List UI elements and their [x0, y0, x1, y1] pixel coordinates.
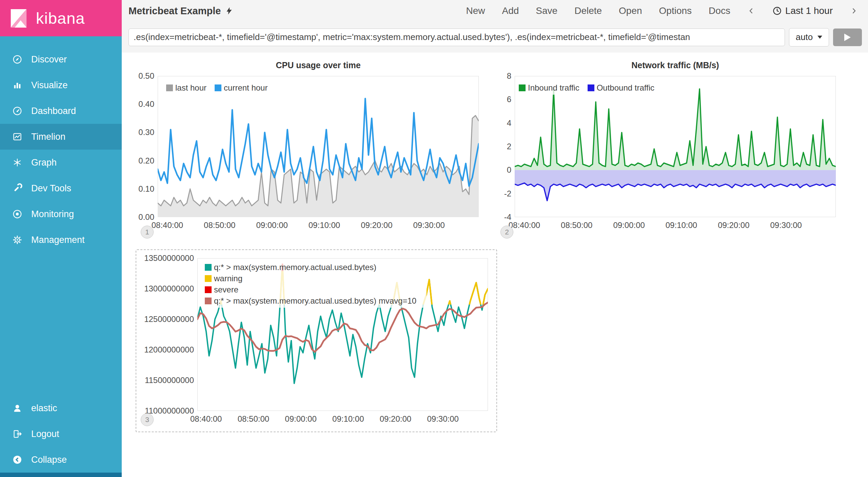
legend-label: Outbound traffic	[597, 83, 654, 93]
clock-icon	[772, 6, 782, 16]
timelion-chart-icon	[12, 132, 22, 142]
y-axis-tick-label: 13500000000	[136, 253, 194, 263]
sidebar-item-label: Timelion	[31, 132, 65, 142]
run-query-button[interactable]	[833, 28, 862, 46]
y-axis-tick-label: 2	[500, 142, 511, 151]
topbar-menu: New Add Save Delete Open Options Docs La…	[466, 5, 858, 16]
legend-item: severe	[205, 285, 238, 294]
legend-item: Outbound traffic	[588, 83, 654, 93]
y-axis-tick-label: 11500000000	[136, 376, 194, 385]
query-bar: auto	[122, 22, 868, 53]
x-axis-tick-label: 09:00:00	[605, 221, 653, 230]
y-axis-tick-label: 0	[500, 165, 511, 175]
sidebar-nav: Discover Visualize Dashboard	[0, 36, 122, 253]
menu-item-options[interactable]: Options	[659, 5, 692, 16]
compass-icon	[12, 54, 22, 64]
chart-number-badge: 2	[500, 226, 513, 238]
legend-item: Inbound traffic	[519, 83, 579, 93]
sidebar-item-label: Management	[31, 235, 85, 245]
sidebar: kibana Discover Visualize	[0, 0, 122, 477]
legend-swatch	[166, 84, 173, 91]
chart-cpu-usage[interactable]: CPU usage over time last hourcurrent hou…	[136, 58, 496, 239]
y-axis-tick-label: 6	[500, 95, 511, 104]
x-axis-tick-label: 09:20:00	[372, 414, 419, 424]
sidebar-item-dashboard[interactable]: Dashboard	[0, 98, 122, 124]
legend-label: last hour	[175, 83, 206, 93]
x-axis-tick-label: 09:30:00	[405, 221, 453, 230]
y-axis-tick-label: 0.50	[136, 71, 154, 81]
chevron-down-icon	[817, 36, 822, 39]
sidebar-item-timelion[interactable]: Timelion	[0, 124, 122, 150]
sidebar-item-label: Dev Tools	[31, 183, 71, 194]
gear-icon	[12, 235, 22, 245]
chart-number-badge: 1	[141, 226, 154, 238]
sidebar-item-logout[interactable]: Logout	[0, 421, 122, 447]
sidebar-item-monitoring[interactable]: Monitoring	[0, 201, 122, 227]
x-axis-tick-label: 09:20:00	[710, 221, 757, 230]
chart-legend: Inbound trafficOutbound traffic	[517, 82, 665, 95]
kibana-logo[interactable]: kibana	[0, 0, 122, 36]
sidebar-item-dev-tools[interactable]: Dev Tools	[0, 175, 122, 201]
logout-icon	[12, 429, 22, 439]
kibana-app: kibana Discover Visualize	[0, 0, 868, 477]
y-axis-tick-label: 0.20	[136, 156, 154, 166]
time-picker[interactable]: Last 1 hour	[772, 5, 833, 16]
user-icon	[12, 403, 22, 413]
graph-icon	[12, 157, 22, 168]
legend-swatch	[519, 84, 526, 91]
time-range-label: Last 1 hour	[785, 5, 833, 16]
legend-item: q:* > max(system.memory.actual.used.byte…	[205, 296, 416, 306]
chart-legend: q:* > max(system.memory.actual.used.byte…	[203, 262, 427, 308]
x-axis-tick-label: 09:10:00	[324, 414, 372, 424]
time-forward-button[interactable]	[850, 6, 858, 16]
sidebar-item-visualize[interactable]: Visualize	[0, 72, 122, 98]
chart-legend: last hourcurrent hour	[164, 82, 278, 95]
chart-canvas	[158, 76, 479, 217]
x-axis-tick-label: 09:20:00	[353, 221, 400, 230]
timelion-query-input[interactable]	[129, 28, 785, 46]
menu-item-open[interactable]: Open	[619, 5, 642, 16]
legend-swatch	[205, 298, 212, 304]
topbar: Metricbeat Example New Add Save Delete O…	[122, 0, 868, 22]
chart-memory-usage-selected[interactable]: q:* > max(system.memory.actual.used.byte…	[136, 249, 497, 432]
sidebar-item-collapse[interactable]: Collapse	[0, 447, 122, 473]
y-axis-tick-label: 12000000000	[136, 345, 194, 355]
x-axis-tick-label: 08:50:00	[553, 221, 600, 230]
wrench-icon	[12, 183, 22, 193]
x-axis-tick-label: 08:50:00	[230, 414, 277, 424]
sidebar-item-label: Graph	[31, 157, 57, 168]
y-axis-tick-label: 0.30	[136, 128, 154, 137]
legend-label: q:* > max(system.memory.actual.used.byte…	[214, 262, 376, 272]
menu-item-delete[interactable]: Delete	[574, 5, 602, 16]
sidebar-item-elastic-user[interactable]: elastic	[0, 395, 122, 421]
sidebar-bottom-strip	[0, 473, 122, 477]
sidebar-item-label: Logout	[31, 429, 59, 439]
sidebar-item-management[interactable]: Management	[0, 227, 122, 253]
chart-network-traffic[interactable]: Network traffic (MB/s) Inbound trafficOu…	[500, 58, 855, 239]
x-axis-tick-label: 09:00:00	[277, 414, 324, 424]
y-axis-tick-label: 12500000000	[136, 314, 194, 324]
chart-title: Network traffic (MB/s)	[515, 60, 836, 70]
legend-label: severe	[214, 285, 238, 294]
sheet-title: Metricbeat Example	[129, 5, 234, 17]
kibana-logo-icon	[8, 8, 29, 29]
sidebar-item-graph[interactable]: Graph	[0, 150, 122, 175]
chart-number-badge: 3	[141, 413, 154, 426]
header: Metricbeat Example New Add Save Delete O…	[122, 0, 868, 53]
brand-name: kibana	[36, 9, 85, 27]
sidebar-item-discover[interactable]: Discover	[0, 46, 122, 72]
collapse-arrow-icon	[12, 455, 22, 465]
y-axis-tick-label: 8	[500, 71, 511, 81]
interval-value: auto	[796, 32, 813, 42]
menu-item-save[interactable]: Save	[536, 5, 557, 16]
interval-select[interactable]: auto	[789, 28, 829, 46]
y-axis-tick-label: 4	[500, 118, 511, 128]
menu-item-add[interactable]: Add	[502, 5, 519, 16]
sidebar-item-label: Dashboard	[31, 106, 76, 116]
x-axis-tick-label: 08:40:00	[182, 414, 230, 424]
menu-item-docs[interactable]: Docs	[709, 5, 730, 16]
sidebar-item-label: Discover	[31, 54, 67, 65]
legend-swatch	[215, 84, 221, 91]
time-back-button[interactable]	[747, 6, 755, 16]
menu-item-new[interactable]: New	[466, 5, 485, 16]
